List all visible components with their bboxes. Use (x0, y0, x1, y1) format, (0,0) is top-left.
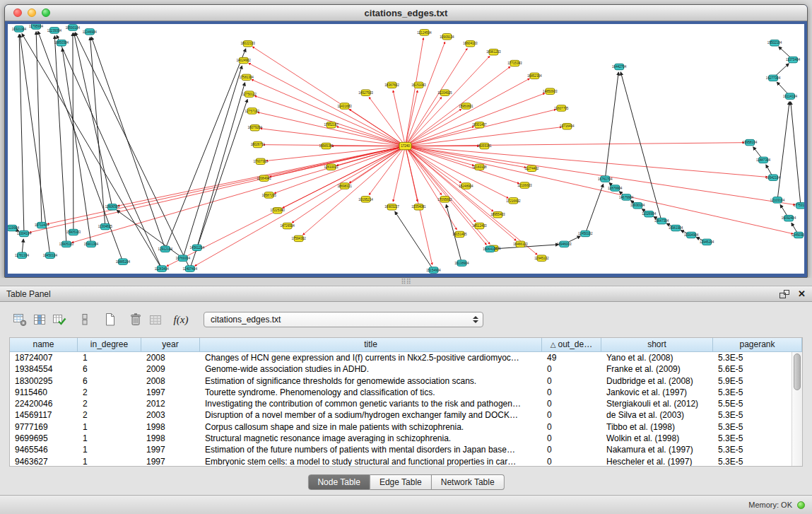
svg-text:16092404: 16092404 (782, 216, 796, 220)
svg-text:11274402: 11274402 (524, 167, 539, 170)
table-row[interactable]: 946362711997Embryonic stem cells: a mode… (10, 456, 802, 467)
table-cell: 1998 (141, 433, 200, 444)
svg-text:12879904: 12879904 (608, 187, 623, 190)
tab-node-table[interactable]: Node Table (307, 474, 370, 490)
table-cell: 0 (542, 409, 601, 421)
network-view-canvas[interactable]: 1724016055361183014071595060112204925161… (8, 24, 804, 274)
svg-text:12757102: 12757102 (245, 110, 259, 113)
table-settings-button[interactable] (10, 310, 30, 329)
svg-text:11004104: 11004104 (17, 232, 32, 235)
table-cell: Corpus callosum shape and size in male p… (200, 421, 542, 433)
zoom-window-button[interactable] (42, 8, 50, 17)
table-cell: Jankovic et al. (1997) (601, 387, 713, 398)
citation-network-graph[interactable]: 1724016055361183014071595060112204925161… (8, 24, 804, 274)
table-cell: 1 (78, 456, 141, 467)
svg-text:16138904: 16138904 (454, 262, 469, 265)
svg-text:13354081: 13354081 (411, 206, 426, 209)
svg-text:14850903: 14850903 (543, 90, 558, 93)
svg-text:14679904: 14679904 (619, 196, 634, 199)
table-row[interactable]: 1938455462009Genome-wide association stu… (10, 363, 802, 375)
table-cell: 14569117 (10, 409, 78, 421)
tab-edge-table[interactable]: Edge Table (370, 474, 432, 490)
panel-divider[interactable]: ⠿⠿ (0, 278, 812, 286)
table-selector-value: citations_edges.txt (211, 315, 281, 325)
svg-text:11607705: 11607705 (554, 107, 569, 110)
new-file-button[interactable] (100, 310, 120, 329)
table-row[interactable]: 969969511998Structural magnetic resonanc… (10, 433, 802, 444)
table-cell: de Silva et al. (2003) (601, 409, 713, 421)
table-cell: 5.3E-5 (713, 352, 802, 363)
svg-text:17715343: 17715343 (507, 62, 522, 65)
svg-text:11283404: 11283404 (155, 267, 170, 271)
trash-icon (129, 313, 143, 327)
column-header-pagerank[interactable]: pagerank (713, 338, 802, 352)
svg-text:10716404: 10716404 (560, 124, 575, 128)
tab-network-table[interactable]: Network Table (432, 474, 505, 490)
table-cell: 22420046 (10, 398, 78, 409)
table-panel-body: f(x) citations_edges.txt name in_degree … (0, 302, 812, 495)
close-panel-icon[interactable]: ✕ (798, 290, 806, 298)
table-row[interactable]: 1830029562008Estimation of significance … (10, 375, 802, 387)
edit-table-button[interactable] (49, 310, 69, 329)
svg-text:11795904: 11795904 (29, 25, 44, 28)
minimize-window-button[interactable] (28, 8, 36, 17)
svg-text:12103104: 12103104 (770, 199, 785, 202)
table-cell: 1 (78, 421, 141, 433)
svg-text:10850304: 10850304 (54, 41, 69, 45)
float-icon-outer (779, 293, 786, 298)
table-cell: Genome-wide association studies in ADHD. (200, 363, 542, 375)
svg-text:17581304: 17581304 (240, 76, 254, 79)
window-titlebar[interactable]: citations_edges.txt (5, 5, 807, 21)
svg-text:12610021: 12610021 (324, 165, 339, 169)
svg-text:10909134: 10909134 (440, 35, 454, 39)
scrollbar-thumb[interactable] (794, 354, 801, 390)
column-header-name[interactable]: name (10, 338, 78, 352)
table-row[interactable]: 2242004622012Investigating the contribut… (10, 398, 802, 409)
column-header-year[interactable]: year (141, 338, 200, 352)
column-header-out-degree[interactable]: △out_de… (542, 338, 601, 352)
show-columns-button[interactable] (30, 310, 49, 329)
table-cell: 6 (78, 363, 141, 375)
svg-text:16961203: 16961203 (486, 50, 501, 54)
svg-text:10450104: 10450104 (43, 254, 58, 257)
table-row[interactable]: 1872400712008Changes of HCN gene express… (10, 352, 802, 363)
vertical-scrollbar[interactable] (792, 352, 802, 466)
table-row[interactable]: 946554611997Estimation of the future num… (10, 444, 802, 455)
svg-text:17225340: 17225340 (270, 209, 285, 212)
close-window-button[interactable] (13, 8, 22, 17)
column-header-in-degree[interactable]: in_degree (78, 338, 141, 352)
svg-text:15248904: 15248904 (459, 185, 473, 188)
svg-text:15958104: 15958104 (743, 141, 758, 144)
svg-text:16604103: 16604103 (463, 42, 478, 45)
table-cell: 0 (542, 444, 601, 455)
table-cell: 49 (542, 352, 601, 363)
svg-text:12084941: 12084941 (257, 177, 271, 180)
table-row[interactable]: 977716911998Corpus callosum shape and si… (10, 421, 802, 433)
svg-text:17753104: 17753104 (794, 204, 804, 208)
svg-text:15950601: 15950601 (459, 105, 473, 108)
function-builder-button[interactable]: f(x) (171, 310, 191, 329)
column-header-title[interactable]: title (200, 338, 542, 352)
svg-text:14024902: 14024902 (237, 59, 252, 62)
svg-text:16064104: 16064104 (483, 247, 498, 251)
table-row[interactable]: 911546021997Tourette syndrome. Phenomeno… (10, 387, 802, 398)
table-row[interactable]: 1456911722003Disruption of a novel membe… (10, 409, 802, 421)
table-cell: 6 (78, 375, 141, 387)
svg-text:12450302: 12450302 (792, 233, 804, 237)
column-header-short[interactable]: short (601, 338, 713, 352)
svg-text:10942104: 10942104 (766, 176, 781, 180)
svg-text:10195214: 10195214 (358, 198, 373, 201)
svg-text:12160108: 12160108 (472, 165, 487, 169)
float-panel-icon[interactable] (779, 290, 789, 298)
panel-title: Table Panel (6, 289, 51, 299)
import-table-button[interactable] (146, 310, 165, 329)
table-cell: 9777169 (10, 421, 78, 433)
svg-text:12124504: 12124504 (417, 31, 432, 35)
divider-grip-icon[interactable]: ⠿⠿ (401, 279, 411, 285)
table-cell: Embryonic stem cells: a model to study s… (200, 456, 542, 467)
svg-text:16946003: 16946003 (557, 243, 572, 246)
table-selector-dropdown[interactable]: citations_edges.txt (204, 312, 483, 327)
row-tools-button[interactable] (75, 310, 95, 329)
table-cell: Hescheler et al. (1997) (601, 456, 713, 467)
delete-button[interactable] (126, 310, 146, 329)
